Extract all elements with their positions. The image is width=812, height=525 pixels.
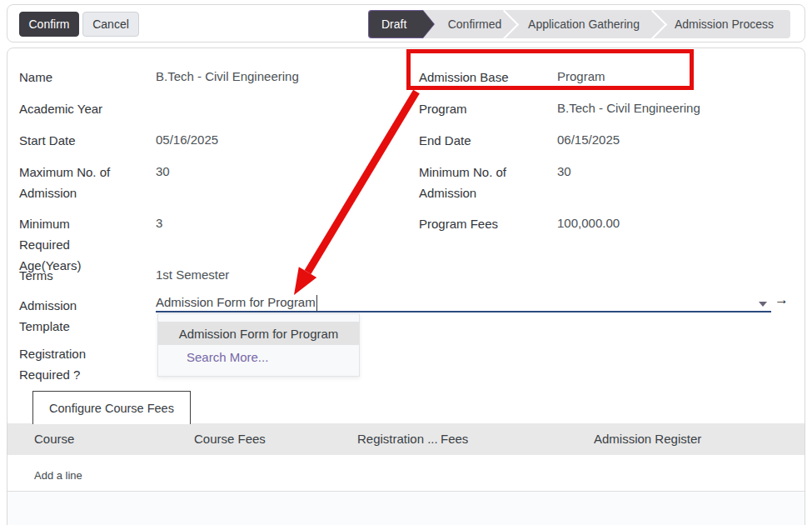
- add-a-line-link[interactable]: Add a line: [34, 469, 82, 482]
- column-fees: Fees: [441, 432, 468, 446]
- stage-application-gathering[interactable]: Application Gathering: [510, 10, 658, 38]
- stage-draft-label: Draft: [369, 11, 434, 38]
- field-name-value[interactable]: B.Tech - Civil Engineering: [156, 68, 299, 86]
- confirm-button[interactable]: Confirm: [19, 12, 79, 37]
- field-name-label: Name: [19, 67, 123, 88]
- column-admission-register: Admission Register: [594, 432, 701, 446]
- field-terms-value[interactable]: 1st Semester: [156, 266, 229, 284]
- field-academic-year: Academic Year: [19, 98, 123, 119]
- admission-template-input-underline: [156, 311, 771, 312]
- stage-confirmed[interactable]: Confirmed: [435, 10, 510, 38]
- course-fees-table-header: Course Course Fees Registration ... Fees…: [7, 423, 805, 455]
- column-registration: Registration ...: [357, 432, 438, 446]
- field-registration-required: Registration Required ?: [19, 343, 123, 385]
- column-course: Course: [34, 432, 74, 446]
- field-program: Program B.Tech - Civil Engineering: [419, 98, 523, 119]
- field-registration-required-label: Registration Required ?: [19, 343, 123, 385]
- field-program-fees-value[interactable]: 100,000.00: [557, 214, 620, 232]
- admission-template-input[interactable]: Admission Form for Program: [156, 295, 317, 311]
- cancel-button[interactable]: Cancel: [82, 12, 139, 37]
- field-admission-template: Admission Template: [19, 295, 123, 337]
- field-min-admission-value[interactable]: 30: [557, 162, 571, 181]
- field-end-date-value[interactable]: 06/15/2025: [557, 131, 620, 149]
- field-admission-template-label: Admission Template: [19, 295, 123, 337]
- field-terms: Terms 1st Semester: [19, 265, 123, 286]
- field-min-age-value[interactable]: 3: [156, 214, 162, 232]
- autocomplete-dropdown: Admission Form for Program Search More..…: [157, 313, 360, 377]
- field-end-date: End Date 06/15/2025: [419, 130, 523, 151]
- field-max-admission-value[interactable]: 30: [156, 162, 170, 181]
- annotation-highlight-rectangle: [406, 49, 694, 90]
- stage-draft[interactable]: Draft: [368, 10, 435, 38]
- field-max-admission: Maximum No. of Admission 30: [19, 162, 123, 203]
- field-program-value[interactable]: B.Tech - Civil Engineering: [557, 99, 700, 118]
- field-start-date-value[interactable]: 05/16/2025: [156, 131, 218, 149]
- column-course-fees: Course Fees: [194, 432, 266, 446]
- dropdown-search-more[interactable]: Search More...: [158, 345, 359, 368]
- field-academic-year-label: Academic Year: [19, 98, 123, 119]
- field-program-fees: Program Fees 100,000.00: [419, 213, 523, 234]
- sheet-footer-area: [7, 491, 805, 525]
- field-program-label: Program: [419, 98, 523, 119]
- field-name: Name B.Tech - Civil Engineering: [19, 67, 123, 88]
- top-toolbar: Confirm Cancel Draft Confirmed Applicati…: [7, 4, 805, 42]
- dropdown-caret-icon[interactable]: [759, 302, 767, 307]
- field-terms-label: Terms: [19, 265, 123, 286]
- internal-link-arrow-icon[interactable]: →: [775, 292, 789, 308]
- dropdown-item[interactable]: Admission Form for Program: [158, 322, 359, 345]
- statusbar: Draft Confirmed Application Gathering Ad…: [368, 10, 790, 38]
- field-min-admission-label: Minimum No. of Admission: [419, 162, 523, 203]
- field-program-fees-label: Program Fees: [419, 213, 523, 234]
- field-start-date-label: Start Date: [19, 130, 123, 151]
- field-max-admission-label: Maximum No. of Admission: [19, 162, 123, 203]
- field-end-date-label: End Date: [419, 130, 523, 151]
- field-min-admission: Minimum No. of Admission 30: [419, 162, 523, 203]
- tab-configure-course-fees[interactable]: Configure Course Fees: [32, 391, 191, 424]
- field-start-date: Start Date 05/16/2025: [19, 130, 123, 151]
- stage-admission-process[interactable]: Admission Process: [658, 10, 790, 38]
- form-sheet: Name B.Tech - Civil Engineering Academic…: [7, 48, 805, 525]
